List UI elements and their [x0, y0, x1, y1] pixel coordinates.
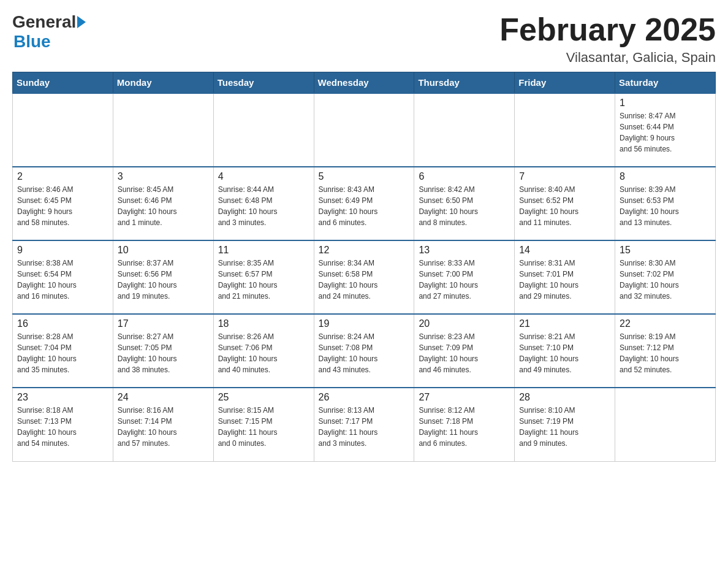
day-number: 5 [319, 171, 410, 182]
day-info: Sunrise: 8:26 AM Sunset: 7:06 PM Dayligh… [218, 331, 309, 375]
day-info: Sunrise: 8:47 AM Sunset: 6:44 PM Dayligh… [620, 110, 711, 155]
calendar-week-5: 23Sunrise: 8:18 AM Sunset: 7:13 PM Dayli… [13, 388, 716, 461]
day-info: Sunrise: 8:28 AM Sunset: 7:04 PM Dayligh… [17, 331, 108, 375]
day-info: Sunrise: 8:33 AM Sunset: 7:00 PM Dayligh… [419, 258, 510, 302]
weekday-header-sunday: Sunday [13, 72, 113, 94]
calendar-week-2: 2Sunrise: 8:46 AM Sunset: 6:45 PM Daylig… [13, 167, 716, 240]
day-number: 19 [319, 318, 410, 329]
day-number: 13 [419, 245, 510, 256]
day-number: 3 [118, 171, 209, 182]
day-number: 26 [319, 392, 410, 403]
page-header: General Blue February 2025 Vilasantar, G… [12, 12, 716, 66]
day-info: Sunrise: 8:45 AM Sunset: 6:46 PM Dayligh… [118, 184, 209, 228]
calendar-cell: 6Sunrise: 8:42 AM Sunset: 6:50 PM Daylig… [414, 167, 515, 240]
calendar-cell [414, 93, 515, 167]
logo-arrow-icon [77, 16, 86, 28]
calendar-cell [615, 388, 716, 461]
calendar-header: SundayMondayTuesdayWednesdayThursdayFrid… [13, 72, 716, 94]
logo: General Blue [12, 12, 87, 52]
calendar-cell: 24Sunrise: 8:16 AM Sunset: 7:14 PM Dayli… [113, 388, 213, 461]
day-number: 1 [620, 98, 711, 109]
calendar-cell: 7Sunrise: 8:40 AM Sunset: 6:52 PM Daylig… [515, 167, 615, 240]
day-number: 18 [218, 318, 309, 329]
day-number: 27 [419, 392, 510, 403]
day-info: Sunrise: 8:19 AM Sunset: 7:12 PM Dayligh… [620, 331, 711, 375]
day-info: Sunrise: 8:27 AM Sunset: 7:05 PM Dayligh… [118, 331, 209, 375]
calendar-cell: 28Sunrise: 8:10 AM Sunset: 7:19 PM Dayli… [515, 388, 615, 461]
day-info: Sunrise: 8:12 AM Sunset: 7:18 PM Dayligh… [419, 405, 510, 449]
calendar-cell: 20Sunrise: 8:23 AM Sunset: 7:09 PM Dayli… [414, 314, 515, 388]
calendar-cell: 14Sunrise: 8:31 AM Sunset: 7:01 PM Dayli… [515, 240, 615, 314]
day-info: Sunrise: 8:10 AM Sunset: 7:19 PM Dayligh… [519, 405, 610, 449]
calendar-cell: 17Sunrise: 8:27 AM Sunset: 7:05 PM Dayli… [113, 314, 213, 388]
day-info: Sunrise: 8:42 AM Sunset: 6:50 PM Dayligh… [419, 184, 510, 228]
weekday-header-thursday: Thursday [414, 72, 515, 94]
calendar-cell: 15Sunrise: 8:30 AM Sunset: 7:02 PM Dayli… [615, 240, 716, 314]
calendar-cell: 27Sunrise: 8:12 AM Sunset: 7:18 PM Dayli… [414, 388, 515, 461]
calendar-cell: 4Sunrise: 8:44 AM Sunset: 6:48 PM Daylig… [213, 167, 314, 240]
weekday-header-saturday: Saturday [615, 72, 716, 94]
day-number: 24 [118, 392, 209, 403]
day-info: Sunrise: 8:23 AM Sunset: 7:09 PM Dayligh… [419, 331, 510, 375]
day-info: Sunrise: 8:39 AM Sunset: 6:53 PM Dayligh… [620, 184, 711, 228]
day-number: 16 [17, 318, 108, 329]
calendar-cell: 3Sunrise: 8:45 AM Sunset: 6:46 PM Daylig… [113, 167, 213, 240]
calendar-week-1: 1Sunrise: 8:47 AM Sunset: 6:44 PM Daylig… [13, 93, 716, 167]
calendar-cell: 23Sunrise: 8:18 AM Sunset: 7:13 PM Dayli… [13, 388, 113, 461]
calendar-cell: 1Sunrise: 8:47 AM Sunset: 6:44 PM Daylig… [615, 93, 716, 167]
day-number: 21 [519, 318, 610, 329]
day-number: 8 [620, 171, 711, 182]
day-info: Sunrise: 8:31 AM Sunset: 7:01 PM Dayligh… [519, 258, 610, 302]
day-info: Sunrise: 8:34 AM Sunset: 6:58 PM Dayligh… [319, 258, 410, 302]
title-area: February 2025 Vilasantar, Galicia, Spain [499, 12, 716, 66]
day-number: 20 [419, 318, 510, 329]
day-info: Sunrise: 8:30 AM Sunset: 7:02 PM Dayligh… [620, 258, 711, 302]
calendar-cell [314, 93, 414, 167]
day-number: 11 [218, 245, 309, 256]
day-info: Sunrise: 8:44 AM Sunset: 6:48 PM Dayligh… [218, 184, 309, 228]
day-info: Sunrise: 8:13 AM Sunset: 7:17 PM Dayligh… [319, 405, 410, 449]
day-info: Sunrise: 8:16 AM Sunset: 7:14 PM Dayligh… [118, 405, 209, 449]
day-number: 14 [519, 245, 610, 256]
weekday-header-monday: Monday [113, 72, 213, 94]
day-number: 25 [218, 392, 309, 403]
day-number: 10 [118, 245, 209, 256]
calendar-cell: 10Sunrise: 8:37 AM Sunset: 6:56 PM Dayli… [113, 240, 213, 314]
calendar-cell [13, 93, 113, 167]
calendar-cell: 22Sunrise: 8:19 AM Sunset: 7:12 PM Dayli… [615, 314, 716, 388]
calendar-cell: 2Sunrise: 8:46 AM Sunset: 6:45 PM Daylig… [13, 167, 113, 240]
day-info: Sunrise: 8:21 AM Sunset: 7:10 PM Dayligh… [519, 331, 610, 375]
day-info: Sunrise: 8:15 AM Sunset: 7:15 PM Dayligh… [218, 405, 309, 449]
calendar-cell: 19Sunrise: 8:24 AM Sunset: 7:08 PM Dayli… [314, 314, 414, 388]
day-info: Sunrise: 8:24 AM Sunset: 7:08 PM Dayligh… [319, 331, 410, 375]
calendar-cell: 9Sunrise: 8:38 AM Sunset: 6:54 PM Daylig… [13, 240, 113, 314]
calendar-cell [515, 93, 615, 167]
calendar-cell: 5Sunrise: 8:43 AM Sunset: 6:49 PM Daylig… [314, 167, 414, 240]
day-number: 17 [118, 318, 209, 329]
day-info: Sunrise: 8:46 AM Sunset: 6:45 PM Dayligh… [17, 184, 108, 228]
day-number: 9 [17, 245, 108, 256]
calendar-cell: 21Sunrise: 8:21 AM Sunset: 7:10 PM Dayli… [515, 314, 615, 388]
calendar-cell: 25Sunrise: 8:15 AM Sunset: 7:15 PM Dayli… [213, 388, 314, 461]
day-number: 7 [519, 171, 610, 182]
day-number: 12 [319, 245, 410, 256]
calendar-cell: 16Sunrise: 8:28 AM Sunset: 7:04 PM Dayli… [13, 314, 113, 388]
calendar-body: 1Sunrise: 8:47 AM Sunset: 6:44 PM Daylig… [13, 93, 716, 461]
weekday-header-tuesday: Tuesday [213, 72, 314, 94]
day-number: 23 [17, 392, 108, 403]
day-number: 28 [519, 392, 610, 403]
weekday-header-wednesday: Wednesday [314, 72, 414, 94]
day-info: Sunrise: 8:38 AM Sunset: 6:54 PM Dayligh… [17, 258, 108, 302]
calendar-cell [113, 93, 213, 167]
day-number: 6 [419, 171, 510, 182]
calendar-cell: 18Sunrise: 8:26 AM Sunset: 7:06 PM Dayli… [213, 314, 314, 388]
calendar-cell: 8Sunrise: 8:39 AM Sunset: 6:53 PM Daylig… [615, 167, 716, 240]
day-number: 15 [620, 245, 711, 256]
calendar-week-3: 9Sunrise: 8:38 AM Sunset: 6:54 PM Daylig… [13, 240, 716, 314]
logo-blue-text: Blue [13, 32, 51, 51]
calendar-table: SundayMondayTuesdayWednesdayThursdayFrid… [12, 72, 716, 462]
calendar-subtitle: Vilasantar, Galicia, Spain [499, 50, 716, 66]
logo-general-text: General [12, 12, 76, 32]
weekday-header-friday: Friday [515, 72, 615, 94]
day-number: 2 [17, 171, 108, 182]
